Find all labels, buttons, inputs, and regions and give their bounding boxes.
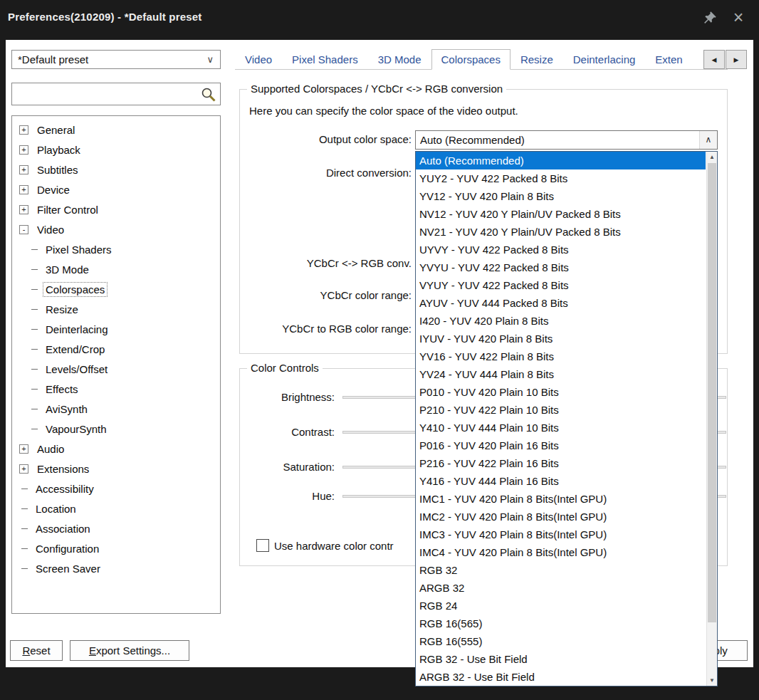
expand-icon[interactable] bbox=[19, 205, 28, 214]
tree-item[interactable]: Audio bbox=[12, 439, 220, 459]
preferences-window: Preferences(210209) - *Default preset × … bbox=[0, 0, 759, 700]
color-controls-title: Color Controls bbox=[247, 362, 323, 374]
tree-item[interactable]: Levels/Offset bbox=[12, 359, 220, 379]
tree-item[interactable]: Filter Control bbox=[12, 199, 220, 219]
expand-icon[interactable] bbox=[19, 444, 28, 454]
scroll-up-icon[interactable]: ▲ bbox=[707, 152, 717, 162]
dropdown-option[interactable]: RGB 24 bbox=[416, 597, 706, 615]
dropdown-option[interactable]: YV16 - YUV 422 Plain 8 Bits bbox=[416, 348, 706, 365]
tab-label: Pixel Shaders bbox=[292, 53, 358, 66]
tree-item[interactable]: Configuration bbox=[12, 538, 220, 558]
tab-scroll-right-button[interactable]: ▶ bbox=[726, 50, 747, 69]
dropdown-option[interactable]: RGB 32 bbox=[416, 561, 706, 579]
dropdown-option[interactable]: ARGB 32 - Use Bit Field bbox=[416, 668, 706, 686]
tab-label: Video bbox=[245, 53, 272, 66]
tab[interactable]: Pixel Shaders bbox=[282, 49, 368, 70]
tree-item[interactable]: Colorspaces bbox=[12, 279, 220, 299]
dropdown-option[interactable]: NV12 - YUV 420 Y Plain/UV Packed 8 Bits bbox=[416, 205, 706, 223]
preset-dropdown[interactable]: *Default preset ∨ bbox=[11, 50, 221, 69]
tab[interactable]: Video bbox=[235, 49, 282, 70]
tree-item-label: Pixel Shaders bbox=[43, 242, 115, 257]
tree-item[interactable]: Pixel Shaders bbox=[12, 239, 220, 259]
tree-item[interactable]: Extend/Crop bbox=[12, 339, 220, 359]
tree-item[interactable]: Deinterlacing bbox=[12, 319, 220, 339]
tree-item-label: Video bbox=[34, 222, 67, 237]
tree-item-label: Levels/Offset bbox=[43, 362, 110, 377]
search-icon[interactable] bbox=[200, 86, 217, 103]
expand-icon[interactable] bbox=[19, 185, 28, 194]
tree-item[interactable]: Video bbox=[12, 219, 220, 239]
output-color-space-combobox[interactable]: Auto (Recommended) ∧ bbox=[415, 130, 718, 150]
tab[interactable]: Resize bbox=[511, 49, 563, 70]
dropdown-option[interactable]: NV21 - YUV 420 Y Plain/UV Packed 8 Bits bbox=[416, 223, 706, 241]
dropdown-option[interactable]: AYUV - YUV 444 Packed 8 Bits bbox=[416, 294, 706, 312]
dropdown-option[interactable]: UYVY - YUV 422 Packed 8 Bits bbox=[416, 241, 706, 258]
reset-button[interactable]: Reset bbox=[10, 640, 63, 661]
tree-dash bbox=[21, 568, 28, 569]
dropdown-option[interactable]: P016 - YUV 420 Plain 16 Bits bbox=[416, 437, 706, 454]
dropdown-option[interactable]: IMC1 - YUV 420 Plain 8 Bits(Intel GPU) bbox=[416, 490, 706, 508]
expand-icon[interactable] bbox=[19, 165, 28, 174]
tab[interactable]: Colorspaces bbox=[431, 49, 511, 70]
tree-dash bbox=[31, 409, 38, 409]
dropdown-option[interactable]: P216 - YUV 422 Plain 16 Bits bbox=[416, 454, 706, 472]
dropdown-option[interactable]: VYUY - YUV 422 Packed 8 Bits bbox=[416, 276, 706, 294]
dropdown-option[interactable]: YV24 - YUV 444 Plain 8 Bits bbox=[416, 365, 706, 383]
dropdown-option[interactable]: Y410 - YUV 444 Plain 10 Bits bbox=[416, 419, 706, 437]
dropdown-option[interactable]: P210 - YUV 422 Plain 10 Bits bbox=[416, 401, 706, 419]
dropdown-option[interactable]: P010 - YUV 420 Plain 10 Bits bbox=[416, 383, 706, 401]
search-input[interactable] bbox=[15, 85, 197, 103]
tree-item[interactable]: Device bbox=[12, 179, 220, 199]
expand-icon[interactable] bbox=[19, 225, 28, 234]
dropdown-option[interactable]: RGB 16(565) bbox=[416, 615, 706, 632]
tree-item-label: Resize bbox=[43, 302, 81, 317]
tab[interactable]: Exten bbox=[645, 49, 692, 70]
tab-label: 3D Mode bbox=[378, 53, 422, 66]
tree-item[interactable]: Subtitles bbox=[12, 160, 220, 179]
tab[interactable]: Deinterlacing bbox=[563, 49, 646, 70]
dropdown-option[interactable]: IYUV - YUV 420 Plain 8 Bits bbox=[416, 330, 706, 348]
tree-item[interactable]: 3D Mode bbox=[12, 259, 220, 279]
dropdown-option[interactable]: RGB 16(555) bbox=[416, 632, 706, 650]
export-settings-button[interactable]: Export Settings... bbox=[70, 640, 189, 661]
hardware-color-checkbox-label: Use hardware color contr bbox=[274, 540, 394, 552]
dropdown-option[interactable]: IMC2 - YUV 420 Plain 8 Bits(Intel GPU) bbox=[416, 508, 706, 526]
dropdown-option[interactable]: Auto (Recommended) bbox=[416, 152, 706, 169]
tab-scroll-left-button[interactable]: ◀ bbox=[703, 50, 725, 69]
close-button[interactable]: × bbox=[728, 6, 749, 28]
tree-item-label: Extend/Crop bbox=[43, 342, 108, 357]
tree-item[interactable]: Resize bbox=[12, 299, 220, 319]
chevron-up-icon[interactable]: ∧ bbox=[699, 131, 717, 149]
dropdown-option[interactable]: IMC4 - YUV 420 Plain 8 Bits(Intel GPU) bbox=[416, 543, 706, 561]
dropdown-option[interactable]: I420 - YUV 420 Plain 8 Bits bbox=[416, 312, 706, 330]
expand-icon[interactable] bbox=[19, 145, 28, 155]
tree-item[interactable]: Screen Saver bbox=[12, 558, 220, 578]
tab-label: Colorspaces bbox=[441, 53, 501, 66]
tab[interactable]: 3D Mode bbox=[368, 49, 431, 70]
colorspaces-group-title: Supported Colorspaces / YCbCr <-> RGB co… bbox=[247, 83, 506, 95]
scrollbar-thumb[interactable] bbox=[708, 163, 716, 622]
dropdown-option[interactable]: IMC3 - YUV 420 Plain 8 Bits(Intel GPU) bbox=[416, 526, 706, 543]
tree-dash bbox=[31, 369, 38, 370]
hardware-color-checkbox[interactable] bbox=[256, 539, 269, 552]
tree-dash bbox=[21, 528, 28, 529]
expand-icon[interactable] bbox=[19, 125, 28, 135]
dropdown-option[interactable]: RGB 32 - Use Bit Field bbox=[416, 650, 706, 668]
dropdown-option[interactable]: ARGB 32 bbox=[416, 579, 706, 597]
tree-item[interactable]: General bbox=[12, 120, 220, 140]
tree-dash bbox=[31, 329, 38, 330]
output-color-space-dropdown-list: Auto (Recommended) YUY2 - YUV 422 Packed… bbox=[415, 151, 718, 686]
tree-item-label: Colorspaces bbox=[43, 282, 108, 297]
tree-item[interactable]: Association bbox=[12, 518, 220, 538]
dropdown-option[interactable]: Y416 - YUV 444 Plain 16 Bits bbox=[416, 472, 706, 490]
dropdown-option[interactable]: YUY2 - YUV 422 Packed 8 Bits bbox=[416, 169, 706, 187]
dropdown-scrollbar[interactable]: ▲ ▼ bbox=[706, 152, 717, 686]
pin-button[interactable] bbox=[700, 9, 720, 27]
dropdown-option[interactable]: YV12 - YUV 420 Plain 8 Bits bbox=[416, 187, 706, 205]
scroll-down-icon[interactable]: ▼ bbox=[707, 675, 717, 686]
settings-tree: General Playback Subtitles Device bbox=[11, 115, 221, 614]
dropdown-option[interactable]: YVYU - YUV 422 Packed 8 Bits bbox=[416, 258, 706, 276]
preset-value: *Default preset bbox=[18, 53, 88, 66]
window-title: Preferences(210209) - *Default preset bbox=[8, 11, 202, 23]
tree-item[interactable]: Playback bbox=[12, 140, 220, 160]
